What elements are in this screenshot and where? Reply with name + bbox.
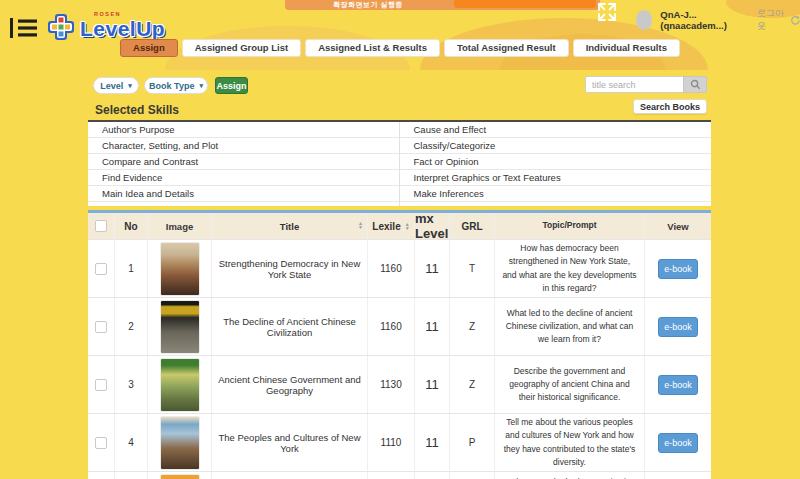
tab-individual-results[interactable]: Individual Results bbox=[573, 39, 680, 57]
book-table-body: 1 Strengthening Democracy in New York St… bbox=[88, 239, 711, 479]
row-number: 5 bbox=[115, 472, 148, 479]
row-checkbox[interactable] bbox=[95, 263, 107, 275]
skill-item[interactable]: Main Idea and Details bbox=[88, 186, 399, 202]
skill-item[interactable]: Point of View bbox=[88, 202, 399, 206]
tab-assign[interactable]: Assign bbox=[120, 39, 178, 57]
book-table: No Image Title ▲▼ Lexile ▲▼ mx Level GRL… bbox=[88, 210, 711, 479]
skill-item[interactable]: Character, Setting, and Plot bbox=[88, 138, 399, 154]
fullscreen-expand-icon[interactable] bbox=[596, 1, 618, 23]
book-cover-image bbox=[161, 475, 199, 479]
book-cover-image bbox=[161, 359, 199, 411]
book-mx-level: 11 bbox=[415, 414, 450, 471]
select-all-checkbox[interactable] bbox=[95, 220, 107, 232]
book-title: The Peoples and Cultures of New York bbox=[212, 414, 368, 471]
selected-skills-panel: Author's PurposeCharacter, Setting, and … bbox=[88, 120, 711, 206]
chevron-down-icon: ▾ bbox=[199, 82, 203, 90]
ebook-button[interactable]: e-book bbox=[658, 259, 698, 279]
skill-item[interactable]: Find Evidence bbox=[88, 170, 399, 186]
skills-col-right: Cause and EffectClassify/CategorizeFact … bbox=[400, 122, 712, 206]
book-mx-level: 11 bbox=[415, 240, 450, 297]
book-lexile bbox=[368, 472, 415, 479]
tab-total-assigned-result[interactable]: Total Assigned Result bbox=[444, 39, 569, 57]
header-view: View bbox=[645, 213, 711, 239]
book-grl: Z bbox=[450, 298, 495, 355]
level-dropdown[interactable]: Level ▾ bbox=[93, 77, 139, 94]
logout-button[interactable]: 로그아웃 bbox=[757, 7, 800, 33]
row-number: 2 bbox=[115, 298, 148, 355]
row-number: 1 bbox=[115, 240, 148, 297]
book-title: Ancient Chinese Government and Geography bbox=[212, 356, 368, 413]
skills-col-left: Author's PurposeCharacter, Setting, and … bbox=[88, 122, 400, 206]
book-cover-image bbox=[161, 243, 199, 295]
book-topic-prompt: How has democracy been strengthened in N… bbox=[495, 240, 645, 297]
header-lexile: Lexile ▲▼ bbox=[368, 213, 415, 239]
username: QnA-J... (qnaacadem...) bbox=[660, 9, 746, 31]
header-topic-prompt: Topic/Prompt bbox=[495, 213, 645, 239]
title-search bbox=[585, 76, 707, 93]
sort-icon-lexile[interactable]: ▲▼ bbox=[405, 222, 410, 230]
skill-item[interactable]: Make Inferences bbox=[400, 186, 712, 202]
book-topic-prompt: Tell me about the various peoples and cu… bbox=[495, 414, 645, 471]
book-grl: P bbox=[450, 414, 495, 471]
book-lexile: 1130 bbox=[368, 356, 415, 413]
book-grl: Z bbox=[450, 356, 495, 413]
avatar[interactable] bbox=[636, 10, 652, 30]
skill-item[interactable]: Classify/Categorize bbox=[400, 138, 712, 154]
row-number: 4 bbox=[115, 414, 148, 471]
logout-icon bbox=[790, 14, 800, 27]
skill-item[interactable]: Author's Purpose bbox=[88, 122, 399, 138]
table-row: 4 The Peoples and Cultures of New York 1… bbox=[88, 413, 711, 471]
search-button[interactable] bbox=[683, 76, 707, 93]
header-lexile-label: Lexile bbox=[372, 221, 400, 232]
logo-levelup-text: LevelUp bbox=[80, 17, 165, 41]
table-row: 2 The Decline of Ancient Chinese Civiliz… bbox=[88, 297, 711, 355]
book-grl: T bbox=[450, 240, 495, 297]
row-checkbox[interactable] bbox=[95, 321, 107, 333]
book-title bbox=[212, 472, 368, 479]
book-topic-prompt: What led to the decline of ancient Chine… bbox=[495, 298, 645, 355]
ebook-button[interactable]: e-book bbox=[658, 433, 698, 453]
book-title: Strengthening Democracy in New York Stat… bbox=[212, 240, 368, 297]
chevron-down-icon: ▾ bbox=[128, 82, 132, 90]
table-row: 3 Ancient Chinese Government and Geograp… bbox=[88, 355, 711, 413]
book-mx-level: 11 bbox=[415, 356, 450, 413]
status-toast-progress bbox=[454, 0, 596, 8]
search-books-button[interactable]: Search Books bbox=[633, 99, 707, 114]
skill-item[interactable]: Compare and Contrast bbox=[88, 154, 399, 170]
sort-icon-title[interactable]: ▲▼ bbox=[358, 221, 363, 229]
book-type-dropdown[interactable]: Book Type ▾ bbox=[144, 77, 208, 94]
page: 확장화면보기 실행중 ROSEN LevelU bbox=[0, 0, 800, 479]
book-type-dropdown-label: Book Type bbox=[149, 81, 194, 91]
level-dropdown-label: Level bbox=[100, 81, 123, 91]
book-topic-prompt: What were the broken treaties in history… bbox=[495, 472, 645, 479]
logout-label: 로그아웃 bbox=[757, 7, 786, 33]
skill-item[interactable]: Fact or Opinion bbox=[400, 154, 712, 170]
skill-item[interactable]: Sequence of Events bbox=[400, 202, 712, 206]
book-cover-image bbox=[161, 417, 199, 469]
table-row: 1 Strengthening Democracy in New York St… bbox=[88, 239, 711, 297]
book-lexile: 1160 bbox=[368, 240, 415, 297]
assign-button[interactable]: Assign bbox=[215, 77, 248, 94]
header-title: Title ▲▼ bbox=[212, 213, 368, 239]
search-input[interactable] bbox=[585, 76, 683, 93]
search-icon bbox=[690, 79, 701, 90]
ebook-button[interactable]: e-book bbox=[658, 317, 698, 337]
row-checkbox[interactable] bbox=[95, 379, 107, 391]
book-topic-prompt: Describe the government and geography of… bbox=[495, 356, 645, 413]
tab-assigned-list-results[interactable]: Assigned List & Results bbox=[305, 39, 440, 57]
user-box: QnA-J... (qnaacadem...) 로그아웃 bbox=[636, 7, 800, 33]
header-mx-level: mx Level bbox=[415, 213, 450, 239]
sidebar-collapse-icon[interactable] bbox=[10, 17, 38, 39]
book-mx-level: 11 bbox=[415, 298, 450, 355]
header-title-label: Title bbox=[280, 221, 299, 232]
book-lexile: 1110 bbox=[368, 414, 415, 471]
book-title: The Decline of Ancient Chinese Civilizat… bbox=[212, 298, 368, 355]
tab-assigned-group-list[interactable]: Assigned Group List bbox=[182, 39, 301, 57]
row-checkbox[interactable] bbox=[95, 437, 107, 449]
ebook-button[interactable]: e-book bbox=[658, 375, 698, 395]
book-lexile: 1160 bbox=[368, 298, 415, 355]
skill-item[interactable]: Interpret Graphics or Text Features bbox=[400, 170, 712, 186]
skill-item[interactable]: Cause and Effect bbox=[400, 122, 712, 138]
header-no: No bbox=[115, 213, 148, 239]
table-row: 5 What were the broken treaties in histo… bbox=[88, 471, 711, 479]
